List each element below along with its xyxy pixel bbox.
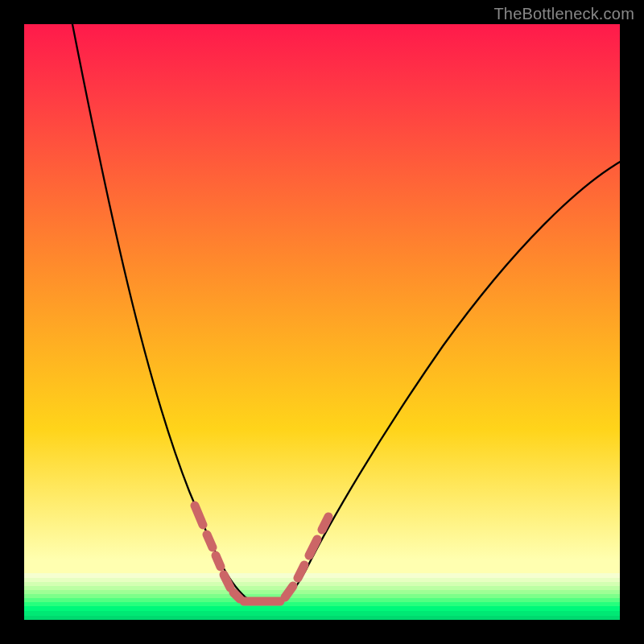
watermark-text: TheBottleneck.com bbox=[493, 5, 634, 23]
bottleneck-curve bbox=[71, 24, 620, 605]
marker-segments bbox=[195, 506, 328, 601]
chart-frame: TheBottleneck.com bbox=[0, 0, 644, 644]
plot-area bbox=[24, 24, 620, 620]
curve-svg bbox=[24, 24, 620, 620]
